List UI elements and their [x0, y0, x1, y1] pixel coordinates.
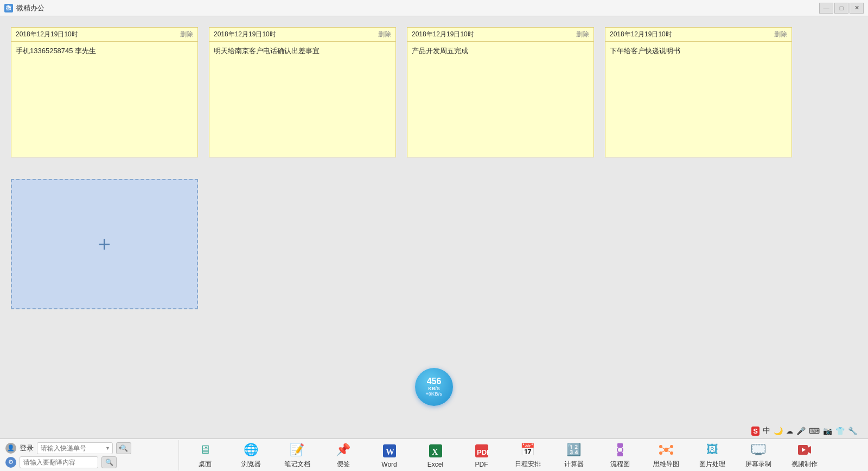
svg-line-17 [668, 448, 670, 449]
network-speed-value: 456 [427, 377, 442, 386]
network-upload-speed: +0KB/s [426, 391, 443, 397]
app-flow[interactable]: 流程图 [597, 440, 643, 471]
app-label-pdf: PDF [475, 461, 488, 468]
svg-point-14 [659, 451, 662, 455]
note-header-3: 2018年12月19日10时 删除 [407, 28, 593, 42]
app-pdf[interactable]: PDF PDF [458, 440, 505, 471]
note-body-3[interactable]: 产品开发周五完成 [407, 42, 593, 157]
app-label-video: 视频制作 [792, 460, 818, 469]
svg-rect-7 [617, 453, 623, 456]
maximize-button[interactable]: □ [834, 3, 848, 14]
image-icon: 🖼 [704, 441, 721, 459]
note-header-4: 2018年12月19日10时 删除 [605, 28, 792, 42]
app-calc[interactable]: 🔢 计算器 [551, 440, 597, 471]
desktop-icon: 🖥 [196, 441, 214, 459]
taskbar: 👤 登录 ▼ 🔍 ⚙ 🔍 🖥 桌面 🌐 浏览器 📝 笔记文档 [0, 438, 868, 471]
excel-icon: X [427, 442, 444, 460]
tray-icon-camera[interactable]: 📷 [823, 427, 832, 435]
login-label[interactable]: 登录 [20, 443, 34, 453]
translate-search-button[interactable]: 🔍 [101, 456, 117, 468]
app-notes-doc[interactable]: 📝 笔记文档 [274, 440, 320, 471]
app-label-notes-doc: 笔记文档 [284, 460, 310, 469]
note-delete-2[interactable]: 删除 [378, 30, 391, 39]
app-label-mind: 思维导图 [653, 460, 679, 469]
tray-icon-sogou[interactable]: S [751, 427, 760, 436]
video-icon [796, 441, 813, 459]
app-label-word: Word [381, 461, 397, 468]
note-timestamp-4: 2018年12月19日10时 [610, 30, 672, 39]
notes-grid: 2018年12月19日10时 删除 手机13365258745 李先生 2018… [11, 27, 857, 309]
flow-icon [611, 441, 629, 459]
tray-icon-keyboard[interactable]: ⌨ [809, 427, 820, 435]
add-icon: + [98, 233, 111, 255]
titlebar: 微 微精办公 — □ ✕ [0, 0, 868, 16]
app-label-screen: 屏幕录制 [745, 460, 771, 469]
svg-point-12 [659, 445, 662, 448]
note-timestamp-2: 2018年12月19日10时 [214, 30, 276, 39]
app-screen[interactable]: 屏幕录制 [735, 440, 781, 471]
screen-icon [750, 441, 767, 459]
taskbar-left-panel: 👤 登录 ▼ 🔍 ⚙ 🔍 [0, 440, 179, 470]
network-speed-badge: 456 KB/S +0KB/s [415, 368, 453, 406]
app-mind[interactable]: 思维导图 [643, 440, 689, 471]
note-body-4[interactable]: 下午给客户快递说明书 [605, 42, 792, 157]
svg-point-15 [670, 451, 673, 455]
note-delete-3[interactable]: 删除 [576, 30, 589, 39]
note-card-4: 2018年12月19日10时 删除 下午给客户快递说明书 [605, 27, 792, 157]
word-icon: W [381, 442, 398, 460]
tracking-input-wrap: ▼ [37, 442, 113, 454]
tray-icon-mic[interactable]: 🎤 [796, 427, 806, 435]
note-delete-4[interactable]: 删除 [774, 30, 787, 39]
svg-rect-21 [752, 444, 765, 453]
svg-rect-6 [617, 443, 623, 447]
tracking-input[interactable] [37, 442, 113, 454]
app-memo[interactable]: 📌 便签 [320, 440, 366, 471]
app-excel[interactable]: X Excel [412, 440, 458, 471]
app-label-excel: Excel [427, 461, 443, 468]
app-desktop[interactable]: 🖥 桌面 [182, 440, 228, 471]
note-delete-1[interactable]: 删除 [180, 30, 193, 39]
notes-doc-icon: 📝 [289, 441, 306, 459]
note-body-1[interactable]: 手机13365258745 李先生 [11, 42, 197, 157]
svg-text:X: X [432, 447, 438, 456]
note-card-3: 2018年12月19日10时 删除 产品开发周五完成 [407, 27, 594, 157]
schedule-icon: 📅 [519, 441, 537, 459]
translate-input[interactable] [20, 456, 98, 468]
svg-line-19 [668, 451, 670, 452]
note-card-1: 2018年12月19日10时 删除 手机13365258745 李先生 [11, 27, 198, 157]
settings-icon-circle: ⚙ [5, 457, 16, 468]
titlebar-app-icon: 微 [4, 4, 13, 12]
tray-icon-moon[interactable]: 🌙 [774, 427, 783, 435]
app-video[interactable]: 视频制作 [781, 440, 827, 471]
tray-icon-settings[interactable]: 🔧 [848, 427, 857, 435]
app-label-flow: 流程图 [610, 460, 630, 469]
close-button[interactable]: ✕ [850, 3, 864, 14]
tray-icon-cloud[interactable]: ☁ [786, 427, 793, 435]
svg-rect-23 [756, 453, 761, 454]
app-label-calc: 计算器 [564, 460, 584, 469]
note-timestamp-1: 2018年12月19日10时 [16, 30, 78, 39]
note-card-2: 2018年12月19日10时 删除 明天给南京客户电话确认出差事宜 [209, 27, 396, 157]
taskbar-translate-row: ⚙ 🔍 [5, 456, 173, 468]
note-body-2[interactable]: 明天给南京客户电话确认出差事宜 [209, 42, 395, 157]
app-label-desktop: 桌面 [199, 460, 212, 469]
app-image[interactable]: 🖼 图片处理 [689, 440, 735, 471]
svg-text:W: W [386, 447, 394, 456]
note-header-1: 2018年12月19日10时 删除 [11, 28, 197, 42]
taskbar-login-row: 👤 登录 ▼ 🔍 [5, 442, 173, 454]
app-schedule[interactable]: 📅 日程安排 [505, 440, 551, 471]
minimize-button[interactable]: — [819, 3, 833, 14]
note-timestamp-3: 2018年12月19日10时 [412, 30, 474, 39]
mind-icon [658, 441, 675, 459]
app-label-browser: 浏览器 [241, 460, 261, 469]
titlebar-left: 微 微精办公 [4, 3, 44, 13]
app-label-memo: 便签 [337, 460, 350, 469]
tray-icon-shirt[interactable]: 👕 [835, 427, 845, 435]
browser-icon: 🌐 [242, 441, 260, 459]
app-browser[interactable]: 🌐 浏览器 [228, 440, 274, 471]
svg-point-13 [670, 445, 673, 448]
svg-text:PDF: PDF [477, 448, 489, 456]
app-word[interactable]: W Word [366, 440, 412, 471]
tray-icon-ime[interactable]: 中 [763, 426, 770, 436]
add-note-button[interactable]: + [11, 179, 198, 309]
